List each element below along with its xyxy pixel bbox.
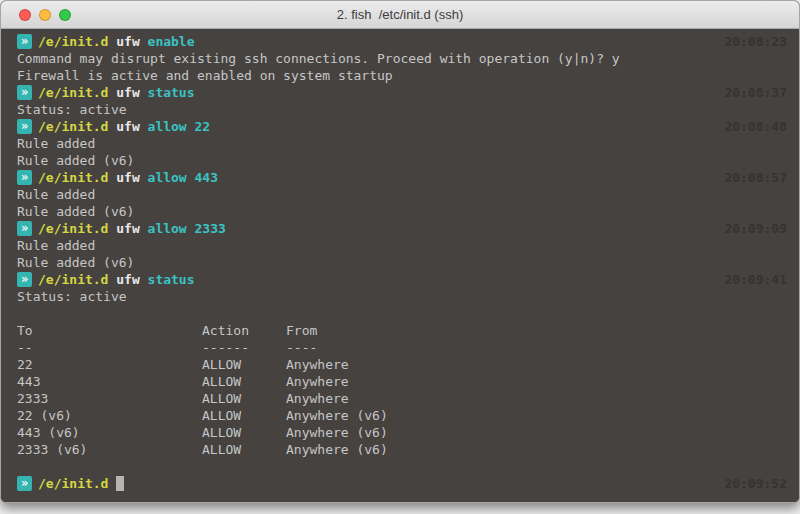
firewall-table-row: 2333ALLOWAnywhere	[17, 390, 787, 407]
output-line: Rule added (v6)	[17, 254, 787, 271]
blank-line	[17, 305, 787, 322]
col-to: 22	[17, 356, 202, 373]
col-action: ALLOW	[202, 424, 286, 441]
command-arguments: enable	[148, 33, 195, 50]
prompt-line: »/e/init.dufwenable20:08:23	[17, 33, 787, 50]
col-from: ----	[286, 340, 317, 355]
command-name: ufw	[116, 220, 139, 237]
command-name: ufw	[116, 118, 139, 135]
prompt-cwd: /e/init.d	[38, 220, 108, 237]
prompt-cwd: /e/init.d	[38, 118, 108, 135]
col-to: 443 (v6)	[17, 424, 202, 441]
right-prompt-timestamp: 20:08:57	[724, 169, 787, 186]
command-arguments: allow 443	[148, 169, 218, 186]
col-to: --	[17, 339, 202, 356]
col-to: 443	[17, 373, 202, 390]
firewall-table-row: ------------	[17, 339, 787, 356]
fish-prompt-icon: »	[17, 272, 32, 287]
close-button[interactable]	[19, 9, 31, 21]
minimize-button[interactable]	[39, 9, 51, 21]
terminal-cursor[interactable]	[116, 476, 124, 491]
firewall-table-row: 443ALLOWAnywhere	[17, 373, 787, 390]
firewall-table-row: 22 (v6)ALLOWAnywhere (v6)	[17, 407, 787, 424]
col-to: 2333 (v6)	[17, 441, 202, 458]
firewall-table-row: 443 (v6)ALLOWAnywhere (v6)	[17, 424, 787, 441]
output-line: Rule added (v6)	[17, 152, 787, 169]
blank-line	[17, 458, 787, 475]
col-to: To	[17, 322, 202, 339]
command-name: ufw	[116, 271, 139, 288]
fish-prompt-icon: »	[17, 476, 32, 491]
firewall-table-row: ToActionFrom	[17, 322, 787, 339]
col-from: Anywhere (v6)	[286, 408, 388, 423]
command-arguments: status	[148, 84, 195, 101]
col-from: Anywhere (v6)	[286, 425, 388, 440]
output-line: Rule added	[17, 237, 787, 254]
fish-prompt-icon: »	[17, 119, 32, 134]
prompt-cwd: /e/init.d	[38, 271, 108, 288]
prompt-cwd: /e/init.d	[38, 33, 108, 50]
fish-prompt-icon: »	[17, 170, 32, 185]
command-name: ufw	[116, 169, 139, 186]
col-action: ------	[202, 339, 286, 356]
window-title: 2. fish /etc/init.d (ssh)	[337, 7, 463, 22]
prompt-cwd: /e/init.d	[38, 475, 108, 492]
col-from: Anywhere (v6)	[286, 442, 388, 457]
col-action: ALLOW	[202, 356, 286, 373]
output-line: Firewall is active and enabled on system…	[17, 67, 787, 84]
output-line: Status: active	[17, 288, 787, 305]
col-to: 22 (v6)	[17, 407, 202, 424]
output-line: Command may disrupt existing ssh connect…	[17, 50, 787, 67]
col-to: 2333	[17, 390, 202, 407]
right-prompt-timestamp: 20:08:48	[724, 118, 787, 135]
right-prompt-timestamp: 20:08:23	[724, 33, 787, 50]
col-from: From	[286, 323, 317, 338]
command-name: ufw	[116, 33, 139, 50]
output-line: Rule added (v6)	[17, 203, 787, 220]
prompt-line: »/e/init.d20:09:52	[17, 475, 787, 492]
col-from: Anywhere	[286, 357, 349, 372]
terminal-screen[interactable]: »/e/init.dufwenable20:08:23Command may d…	[1, 29, 799, 503]
output-line: Rule added	[17, 186, 787, 203]
titlebar[interactable]: 2. fish /etc/init.d (ssh)	[1, 1, 799, 29]
right-prompt-timestamp: 20:09:52	[724, 475, 787, 492]
col-action: ALLOW	[202, 373, 286, 390]
col-action: ALLOW	[202, 407, 286, 424]
col-from: Anywhere	[286, 391, 349, 406]
right-prompt-timestamp: 20:09:09	[724, 220, 787, 237]
output-line: Rule added	[17, 135, 787, 152]
fish-prompt-icon: »	[17, 221, 32, 236]
command-arguments: allow 2333	[148, 220, 226, 237]
prompt-line: »/e/init.dufwallow 233320:09:09	[17, 220, 787, 237]
zoom-button[interactable]	[59, 9, 71, 21]
col-action: ALLOW	[202, 390, 286, 407]
command-arguments: status	[148, 271, 195, 288]
right-prompt-timestamp: 20:09:41	[724, 271, 787, 288]
command-name: ufw	[116, 84, 139, 101]
command-arguments: allow 22	[148, 118, 211, 135]
prompt-line: »/e/init.dufwallow 44320:08:57	[17, 169, 787, 186]
firewall-table-row: 22ALLOWAnywhere	[17, 356, 787, 373]
fish-prompt-icon: »	[17, 85, 32, 100]
prompt-cwd: /e/init.d	[38, 84, 108, 101]
terminal-window: 2. fish /etc/init.d (ssh) »/e/init.dufwe…	[0, 0, 800, 503]
fish-prompt-icon: »	[17, 34, 32, 49]
firewall-table-row: 2333 (v6)ALLOWAnywhere (v6)	[17, 441, 787, 458]
col-action: Action	[202, 322, 286, 339]
col-action: ALLOW	[202, 441, 286, 458]
traffic-lights	[19, 1, 71, 28]
prompt-line: »/e/init.dufwallow 2220:08:48	[17, 118, 787, 135]
prompt-line: »/e/init.dufwstatus20:08:37	[17, 84, 787, 101]
col-from: Anywhere	[286, 374, 349, 389]
prompt-line: »/e/init.dufwstatus20:09:41	[17, 271, 787, 288]
right-prompt-timestamp: 20:08:37	[724, 84, 787, 101]
prompt-cwd: /e/init.d	[38, 169, 108, 186]
output-line: Status: active	[17, 101, 787, 118]
